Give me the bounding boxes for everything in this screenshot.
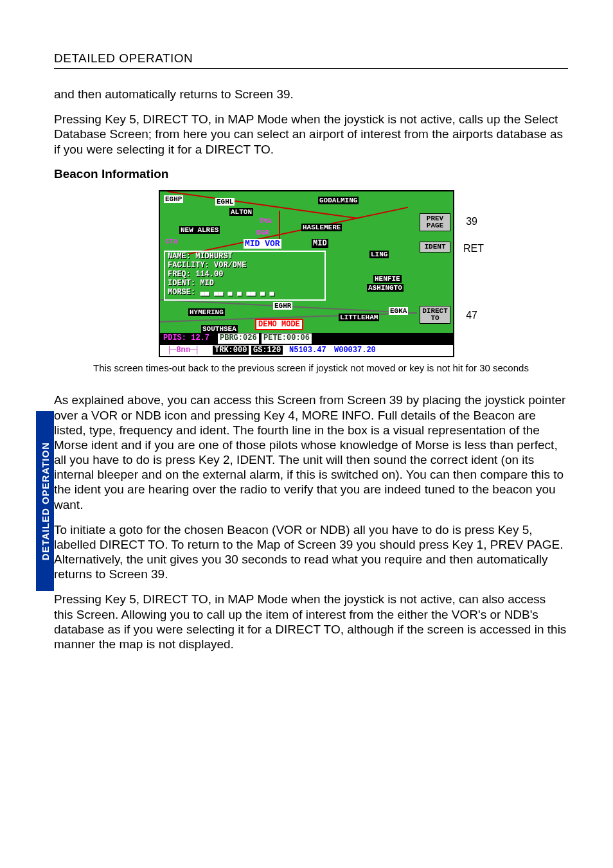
paragraph: As explained above, you can access this … [54, 393, 568, 511]
route-line [167, 191, 358, 219]
subsection-heading: Beacon Information [54, 167, 568, 181]
info-row-facility: FACILITY: VOR/DME [165, 261, 324, 270]
map-label-alton: ALTON [229, 208, 253, 216]
map-label-hymering: HYMERING [188, 308, 225, 316]
map-label-littleham: LITTLEHAM [339, 314, 379, 321]
section-header: DETAILED OPERATION [54, 51, 568, 69]
pbrg-value: PBRG:026 [218, 333, 259, 344]
map-label-eghp: EGHP [164, 195, 183, 203]
softkey-label: DIRECT TO [422, 307, 448, 322]
demo-mode-badge: DEMO MODE [255, 319, 303, 330]
status-bar-1: PDIS: 12.7 PBRG:026 PETE:00:06 [160, 333, 453, 344]
pdis-value: PDIS: 12.7 [161, 333, 211, 344]
beacon-info-panel: NAME: MIDHURST FACILITY: VOR/DME FREQ: 1… [164, 251, 326, 301]
trk-value: TRK:000 [213, 346, 249, 355]
paragraph: and then automatically returns to Screen… [54, 87, 568, 102]
paragraph: Pressing Key 5, DIRECT TO, in MAP Mode w… [54, 592, 568, 651]
map-label-egka: EGKA [389, 307, 408, 315]
lon-value: W00037.20 [332, 346, 378, 355]
map-label-new-alres: NEW ALRES [179, 226, 220, 234]
route-line [188, 206, 409, 254]
paragraph: Pressing Key 5, DIRECT TO, in MAP Mode w… [54, 112, 568, 157]
map-label-cta: CTA [164, 238, 179, 245]
side-tab: DETAILED OPERATION [36, 411, 54, 591]
softkey-column: PREV PAGE IDENT DIRECT TO [413, 191, 453, 329]
lat-value: N5103.47 [287, 346, 328, 355]
map-label-dgr: DGR [255, 229, 271, 236]
info-row-ident: IDENT: MID [165, 279, 324, 288]
map-label-eghl: EGHL [215, 198, 235, 206]
figure: EGHP EGHL GODALMING ALTON TMA HASLEMERE … [159, 190, 454, 357]
info-title: MID VOR [244, 239, 281, 249]
status-bar-2: ├─8nm─┤ TRK:000 GS:120 N5103.47 W00037.2… [160, 344, 453, 356]
screen-ref-ret: RET [463, 243, 484, 254]
figure-caption: This screen times-out back to the previo… [54, 362, 568, 374]
softkey-label: PREV PAGE [427, 215, 443, 229]
softkey-direct-to[interactable]: DIRECT TO [420, 306, 450, 324]
map-label-haslemere: HASLEMERE [301, 224, 342, 231]
paragraph: To initiate a goto for the chosen Beacon… [54, 522, 568, 582]
side-tab-label: DETAILED OPERATION [40, 442, 51, 560]
map-label-godalming: GODALMING [318, 197, 359, 204]
softkey-ident[interactable]: IDENT [420, 242, 450, 252]
document-page: DETAILED OPERATION and then automaticall… [0, 0, 613, 868]
screen-ref-top: 39 [466, 216, 477, 227]
map-label-ling: LING [369, 251, 389, 258]
info-row-morse: MORSE: ▄▄ ▄▄ ▄ ▄ ▄▄ ▄ ▄ [165, 288, 324, 297]
map-label-ashingto: ASHINGTO [367, 284, 404, 292]
info-mid-box: MID [312, 239, 328, 248]
device-screen: EGHP EGHL GODALMING ALTON TMA HASLEMERE … [159, 190, 454, 357]
scale-value: ├─8nm─┤ [165, 346, 201, 355]
map-label-henfie: HENFIE [373, 275, 402, 283]
softkey-label: IDENT [424, 243, 445, 251]
softkey-prev-page[interactable]: PREV PAGE [420, 213, 450, 231]
gs-value: GS:120 [251, 346, 283, 355]
info-row-name: NAME: MIDHURST [165, 252, 324, 261]
info-row-freq: FREQ: 114.00 [165, 270, 324, 279]
pete-value: PETE:00:06 [262, 333, 312, 344]
map-label-tma: TMA [258, 217, 273, 225]
map-label-southsea: SOUTHSEA [201, 325, 238, 333]
screen-ref-bot: 47 [466, 310, 477, 321]
map-label-eghr: EGHR [273, 302, 292, 310]
